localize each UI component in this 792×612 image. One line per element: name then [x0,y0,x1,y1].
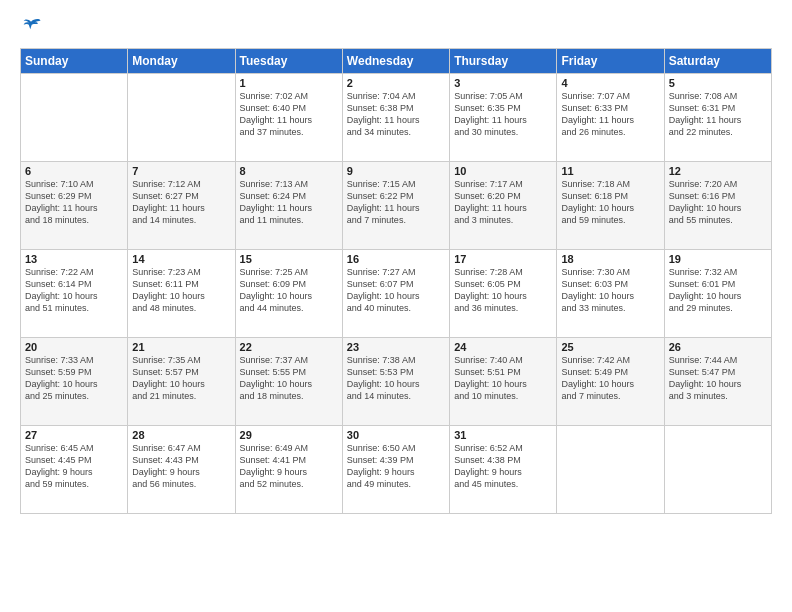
cell-content: Sunrise: 7:25 AM Sunset: 6:09 PM Dayligh… [240,266,338,315]
day-number: 28 [132,429,230,441]
cell-content: Sunrise: 7:28 AM Sunset: 6:05 PM Dayligh… [454,266,552,315]
cell-content: Sunrise: 7:02 AM Sunset: 6:40 PM Dayligh… [240,90,338,139]
calendar-cell: 20Sunrise: 7:33 AM Sunset: 5:59 PM Dayli… [21,338,128,426]
day-number: 3 [454,77,552,89]
calendar-cell [21,74,128,162]
calendar-table: SundayMondayTuesdayWednesdayThursdayFrid… [20,48,772,514]
cell-content: Sunrise: 7:04 AM Sunset: 6:38 PM Dayligh… [347,90,445,139]
calendar-cell: 6Sunrise: 7:10 AM Sunset: 6:29 PM Daylig… [21,162,128,250]
cell-content: Sunrise: 7:12 AM Sunset: 6:27 PM Dayligh… [132,178,230,227]
day-number: 19 [669,253,767,265]
day-number: 13 [25,253,123,265]
cell-content: Sunrise: 7:10 AM Sunset: 6:29 PM Dayligh… [25,178,123,227]
cell-content: Sunrise: 7:30 AM Sunset: 6:03 PM Dayligh… [561,266,659,315]
calendar-cell: 22Sunrise: 7:37 AM Sunset: 5:55 PM Dayli… [235,338,342,426]
calendar-week-row: 27Sunrise: 6:45 AM Sunset: 4:45 PM Dayli… [21,426,772,514]
cell-content: Sunrise: 6:50 AM Sunset: 4:39 PM Dayligh… [347,442,445,491]
page-header [20,16,772,38]
calendar-cell: 13Sunrise: 7:22 AM Sunset: 6:14 PM Dayli… [21,250,128,338]
weekday-header: Monday [128,49,235,74]
calendar-cell: 30Sunrise: 6:50 AM Sunset: 4:39 PM Dayli… [342,426,449,514]
page-container: SundayMondayTuesdayWednesdayThursdayFrid… [0,0,792,524]
cell-content: Sunrise: 6:47 AM Sunset: 4:43 PM Dayligh… [132,442,230,491]
cell-content: Sunrise: 7:15 AM Sunset: 6:22 PM Dayligh… [347,178,445,227]
calendar-cell: 12Sunrise: 7:20 AM Sunset: 6:16 PM Dayli… [664,162,771,250]
day-number: 6 [25,165,123,177]
weekday-header: Wednesday [342,49,449,74]
cell-content: Sunrise: 7:44 AM Sunset: 5:47 PM Dayligh… [669,354,767,403]
day-number: 20 [25,341,123,353]
day-number: 9 [347,165,445,177]
weekday-header-row: SundayMondayTuesdayWednesdayThursdayFrid… [21,49,772,74]
weekday-header: Tuesday [235,49,342,74]
weekday-header: Friday [557,49,664,74]
day-number: 8 [240,165,338,177]
calendar-week-row: 13Sunrise: 7:22 AM Sunset: 6:14 PM Dayli… [21,250,772,338]
day-number: 23 [347,341,445,353]
calendar-cell: 9Sunrise: 7:15 AM Sunset: 6:22 PM Daylig… [342,162,449,250]
calendar-cell: 28Sunrise: 6:47 AM Sunset: 4:43 PM Dayli… [128,426,235,514]
calendar-cell: 1Sunrise: 7:02 AM Sunset: 6:40 PM Daylig… [235,74,342,162]
calendar-week-row: 6Sunrise: 7:10 AM Sunset: 6:29 PM Daylig… [21,162,772,250]
calendar-cell [128,74,235,162]
cell-content: Sunrise: 7:18 AM Sunset: 6:18 PM Dayligh… [561,178,659,227]
day-number: 24 [454,341,552,353]
calendar-cell: 10Sunrise: 7:17 AM Sunset: 6:20 PM Dayli… [450,162,557,250]
calendar-cell: 8Sunrise: 7:13 AM Sunset: 6:24 PM Daylig… [235,162,342,250]
calendar-cell: 25Sunrise: 7:42 AM Sunset: 5:49 PM Dayli… [557,338,664,426]
calendar-cell: 29Sunrise: 6:49 AM Sunset: 4:41 PM Dayli… [235,426,342,514]
day-number: 17 [454,253,552,265]
calendar-cell [664,426,771,514]
cell-content: Sunrise: 7:05 AM Sunset: 6:35 PM Dayligh… [454,90,552,139]
cell-content: Sunrise: 7:13 AM Sunset: 6:24 PM Dayligh… [240,178,338,227]
day-number: 12 [669,165,767,177]
cell-content: Sunrise: 7:07 AM Sunset: 6:33 PM Dayligh… [561,90,659,139]
calendar-cell: 11Sunrise: 7:18 AM Sunset: 6:18 PM Dayli… [557,162,664,250]
day-number: 29 [240,429,338,441]
cell-content: Sunrise: 6:52 AM Sunset: 4:38 PM Dayligh… [454,442,552,491]
day-number: 7 [132,165,230,177]
weekday-header: Thursday [450,49,557,74]
day-number: 16 [347,253,445,265]
calendar-cell: 2Sunrise: 7:04 AM Sunset: 6:38 PM Daylig… [342,74,449,162]
cell-content: Sunrise: 7:17 AM Sunset: 6:20 PM Dayligh… [454,178,552,227]
cell-content: Sunrise: 7:08 AM Sunset: 6:31 PM Dayligh… [669,90,767,139]
calendar-cell: 15Sunrise: 7:25 AM Sunset: 6:09 PM Dayli… [235,250,342,338]
day-number: 15 [240,253,338,265]
weekday-header: Saturday [664,49,771,74]
cell-content: Sunrise: 7:23 AM Sunset: 6:11 PM Dayligh… [132,266,230,315]
day-number: 4 [561,77,659,89]
day-number: 2 [347,77,445,89]
day-number: 14 [132,253,230,265]
day-number: 31 [454,429,552,441]
cell-content: Sunrise: 7:42 AM Sunset: 5:49 PM Dayligh… [561,354,659,403]
calendar-cell [557,426,664,514]
cell-content: Sunrise: 7:32 AM Sunset: 6:01 PM Dayligh… [669,266,767,315]
calendar-cell: 23Sunrise: 7:38 AM Sunset: 5:53 PM Dayli… [342,338,449,426]
cell-content: Sunrise: 7:37 AM Sunset: 5:55 PM Dayligh… [240,354,338,403]
calendar-cell: 24Sunrise: 7:40 AM Sunset: 5:51 PM Dayli… [450,338,557,426]
day-number: 30 [347,429,445,441]
cell-content: Sunrise: 7:38 AM Sunset: 5:53 PM Dayligh… [347,354,445,403]
cell-content: Sunrise: 7:40 AM Sunset: 5:51 PM Dayligh… [454,354,552,403]
calendar-cell: 5Sunrise: 7:08 AM Sunset: 6:31 PM Daylig… [664,74,771,162]
day-number: 11 [561,165,659,177]
day-number: 18 [561,253,659,265]
calendar-cell: 7Sunrise: 7:12 AM Sunset: 6:27 PM Daylig… [128,162,235,250]
day-number: 25 [561,341,659,353]
calendar-cell: 27Sunrise: 6:45 AM Sunset: 4:45 PM Dayli… [21,426,128,514]
calendar-week-row: 20Sunrise: 7:33 AM Sunset: 5:59 PM Dayli… [21,338,772,426]
logo [20,16,46,38]
cell-content: Sunrise: 7:22 AM Sunset: 6:14 PM Dayligh… [25,266,123,315]
calendar-cell: 16Sunrise: 7:27 AM Sunset: 6:07 PM Dayli… [342,250,449,338]
day-number: 26 [669,341,767,353]
cell-content: Sunrise: 6:49 AM Sunset: 4:41 PM Dayligh… [240,442,338,491]
day-number: 1 [240,77,338,89]
weekday-header: Sunday [21,49,128,74]
calendar-cell: 21Sunrise: 7:35 AM Sunset: 5:57 PM Dayli… [128,338,235,426]
calendar-cell: 26Sunrise: 7:44 AM Sunset: 5:47 PM Dayli… [664,338,771,426]
day-number: 27 [25,429,123,441]
logo-icon [20,16,42,38]
day-number: 5 [669,77,767,89]
calendar-cell: 18Sunrise: 7:30 AM Sunset: 6:03 PM Dayli… [557,250,664,338]
